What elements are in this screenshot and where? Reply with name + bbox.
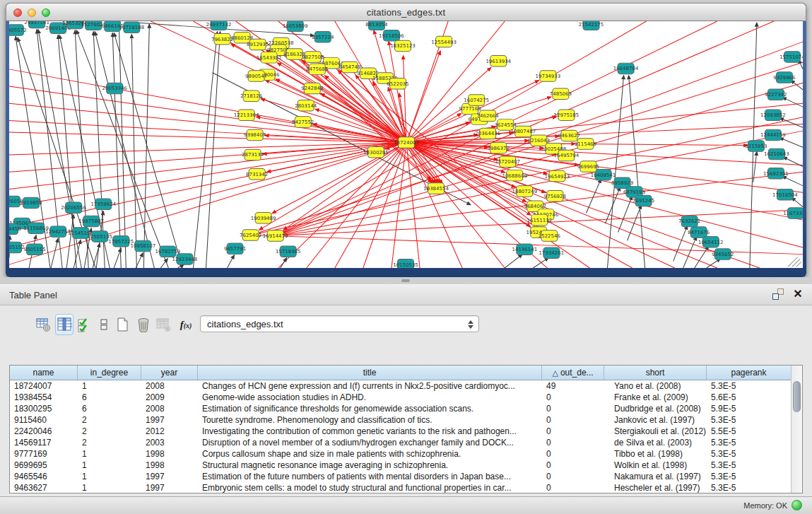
graph-node-teal[interactable]: 1919858 (20, 197, 42, 209)
graph-edge[interactable] (586, 179, 601, 213)
cell-title[interactable]: Estimation of significance thresholds fo… (198, 403, 542, 414)
cell-title[interactable]: Tourette syndrome. Phenomenology and cla… (198, 414, 542, 426)
graph-edge[interactable] (695, 246, 709, 268)
graph-node-yellow[interactable]: 9398407 (244, 129, 266, 141)
graph-node-yellow[interactable]: 7986372 (488, 143, 510, 154)
graph-node-yellow[interactable]: 6522035 (387, 78, 408, 89)
graph-node-teal[interactable]: 7632621 (678, 216, 700, 227)
graph-node-yellow[interactable]: 2718126 (240, 90, 262, 102)
graph-node-yellow[interactable]: 8475685 (306, 64, 328, 75)
graph-node-teal[interactable]: 12942757 (45, 226, 71, 238)
table-row[interactable]: 969969511998Structural magnetic resonanc… (10, 460, 791, 471)
cell-in_degree[interactable]: 2 (78, 414, 141, 426)
table-row[interactable]: 1938455462009Genome-wide association stu… (10, 392, 791, 403)
cell-in_degree[interactable]: 1 (78, 471, 141, 482)
graph-edge[interactable] (363, 143, 406, 268)
graph-node-teal[interactable]: 15751074 (779, 52, 803, 63)
graph-edge[interactable] (629, 76, 645, 268)
graph-edge[interactable] (177, 264, 184, 268)
graph-node-teal[interactable]: 19218506 (379, 30, 404, 42)
graph-node-teal[interactable]: 24937132 (206, 21, 232, 30)
canvas-resize-grip-icon[interactable] (788, 257, 798, 267)
graph-node-teal[interactable]: 17359924 (90, 199, 116, 210)
cell-out_de[interactable]: 0 (542, 414, 604, 426)
table-columns-icon[interactable] (55, 314, 73, 335)
cell-title[interactable]: Genome-wide association studies in ADHD. (198, 392, 542, 403)
cell-name[interactable]: 22420046 (10, 426, 78, 437)
cell-out_de[interactable]: 0 (542, 460, 604, 471)
cell-title[interactable]: Structural magnetic resonance image aver… (198, 460, 542, 471)
cell-in_degree[interactable]: 1 (78, 460, 141, 471)
cell-pagerank[interactable]: 5.6E-5 (707, 392, 791, 403)
cell-out_de[interactable]: 0 (542, 437, 604, 448)
table-scrollbar[interactable] (791, 366, 802, 493)
table-gear-icon[interactable] (34, 314, 52, 335)
graph-node-yellow[interactable]: 18325123 (390, 40, 416, 52)
graph-node-teal[interactable]: 7691245 (632, 195, 654, 206)
window-titlebar[interactable]: citations_edges.txt (6, 3, 806, 21)
graph-node-yellow[interactable]: 2803144 (295, 100, 317, 111)
graph-edge[interactable] (791, 80, 803, 90)
graph-edge[interactable] (368, 74, 442, 184)
graph-node-yellow[interactable]: 7625402 (240, 230, 261, 241)
cell-title[interactable]: Estimation of the future numbers of pati… (198, 471, 542, 482)
graph-edge[interactable] (505, 255, 522, 268)
cell-name[interactable]: 9699695 (10, 460, 78, 471)
scrollbar-thumb[interactable] (793, 381, 801, 412)
graph-node-teal[interactable]: 9245652 (712, 249, 734, 260)
cell-in_degree[interactable]: 2 (78, 437, 141, 448)
cell-pagerank[interactable]: 5.3E-5 (707, 380, 791, 392)
graph-edge[interactable] (783, 157, 803, 167)
graph-node-yellow[interactable]: 10688609 (502, 170, 527, 181)
graph-node-teal[interactable]: 9227342 (765, 89, 787, 100)
graph-node-yellow[interactable]: 9463627 (558, 130, 580, 141)
table-row[interactable]: 946554611997Estimation of the future num… (10, 471, 791, 482)
cell-name[interactable]: 9465546 (10, 471, 78, 482)
cell-year[interactable]: 2008 (141, 380, 198, 392)
cell-out_de[interactable]: 0 (542, 392, 604, 403)
graph-edge[interactable] (673, 226, 688, 261)
graph-node-teal[interactable]: 5905152 (9, 242, 25, 253)
column-header-pagerank[interactable]: pagerank (707, 366, 791, 380)
graph-node-yellow[interactable]: 9115460 (575, 139, 596, 150)
graph-node-teal[interactable]: 8357224 (312, 32, 334, 43)
cell-title[interactable]: Corpus callosum shape and size in male p… (198, 448, 542, 460)
graph-node-yellow[interactable]: 2873134 (242, 149, 264, 160)
cell-pagerank[interactable]: 5.3E-5 (707, 437, 791, 448)
column-header-year[interactable]: year (141, 366, 198, 380)
column-header-out_de[interactable]: △out_de... (542, 366, 604, 380)
graph-edge[interactable] (281, 257, 287, 268)
graph-node-yellow[interactable]: 7485063 (550, 88, 572, 100)
graph-node-teal[interactable]: 9657791 (224, 243, 246, 255)
graph-node-teal[interactable]: 9405572 (9, 25, 27, 36)
canvas-resize-grip-icon[interactable] (792, 259, 800, 267)
graph-node-teal[interactable]: 21542175 (579, 21, 604, 30)
cell-name[interactable]: 9115460 (10, 414, 78, 426)
graph-node-yellow[interactable]: 9242848 (301, 83, 323, 94)
cell-year[interactable]: 1998 (141, 448, 198, 460)
cell-name[interactable]: 14569117 (10, 437, 78, 448)
graph-edge[interactable] (51, 238, 58, 268)
rows-icon[interactable] (95, 314, 113, 335)
column-header-in_degree[interactable]: in_degree (78, 366, 141, 380)
graph-node-yellow[interactable]: 9699695 (577, 161, 599, 173)
table-row[interactable]: 2242004622012Investigating the contribut… (10, 426, 791, 437)
graph-node-teal[interactable]: 17334261 (539, 247, 565, 259)
graph-node-yellow[interactable]: 12975185 (554, 110, 579, 121)
graph-node-teal[interactable]: 8813054 (365, 21, 387, 30)
cell-year[interactable]: 2012 (141, 426, 198, 437)
cell-year[interactable]: 2009 (141, 392, 198, 403)
cell-short[interactable]: Wolkin et al. (1998) (604, 460, 707, 471)
graph-node-teal[interactable]: 19975887 (78, 216, 104, 227)
cell-year[interactable]: 1997 (141, 482, 198, 493)
cell-short[interactable]: Nakamura et al. (1997) (604, 471, 707, 482)
cell-pagerank[interactable]: 5.3E-5 (707, 448, 791, 460)
cell-out_de[interactable]: 0 (542, 426, 604, 437)
graph-edge[interactable] (66, 214, 73, 268)
graph-edge[interactable] (265, 80, 406, 142)
column-header-title[interactable]: title (198, 366, 542, 380)
graph-node-yellow[interactable]: 12554493 (431, 36, 457, 47)
graph-edge[interactable] (9, 143, 406, 155)
graph-edge[interactable] (143, 24, 149, 268)
canvas-resize-grip-icon[interactable] (796, 262, 801, 267)
